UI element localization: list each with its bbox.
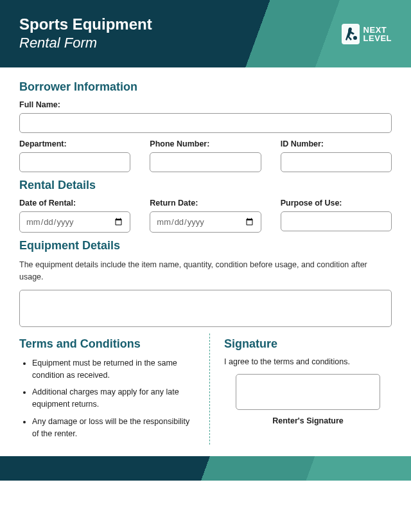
form-content: Borrower Information Full Name: Departme… [0,67,411,456]
terms-item: Equipment must be returned in the same c… [32,357,195,382]
return-date-label: Return Date: [150,199,261,208]
fullname-group: Full Name: [19,100,392,133]
signature-box[interactable] [236,374,380,410]
logo-line2: LEVEL [363,34,392,42]
form-footer [0,456,411,481]
fullname-label: Full Name: [19,100,392,109]
terms-section: Terms and Conditions Equipment must be r… [19,333,209,445]
logo-text: NEXT LEVEL [363,26,392,42]
header-text: Sports Equipment Rental Form [19,15,152,52]
logo-icon [340,22,361,46]
id-label: ID Number: [281,139,392,148]
equipment-description: The equipment details include the item n… [19,259,392,283]
equipment-section-title: Equipment Details [19,239,392,253]
id-input[interactable] [281,152,392,172]
form-header: Sports Equipment Rental Form NEXT LEVEL [0,0,411,67]
borrower-row: Department: Phone Number: ID Number: [19,139,392,172]
signature-label: Renter's Signature [224,416,392,425]
department-label: Department: [19,139,130,148]
terms-item: Any damage or loss will be the responsib… [32,416,195,440]
rental-date-input[interactable] [19,211,130,233]
purpose-label: Purpose of Use: [281,199,392,208]
terms-list: Equipment must be returned in the same c… [19,357,195,440]
rental-date-label: Date of Rental: [19,199,130,208]
return-date-input[interactable] [150,211,261,233]
signature-agree-text: I agree to the terms and conditions. [224,357,392,366]
rental-row: Date of Rental: Return Date: Purpose of … [19,199,392,233]
fullname-input[interactable] [19,113,392,133]
rental-section-title: Rental Details [19,179,392,192]
borrower-section-title: Borrower Information [19,80,392,94]
phone-input[interactable] [150,152,261,172]
purpose-input[interactable] [281,211,392,231]
logo: NEXT LEVEL [340,22,392,46]
department-input[interactable] [19,152,130,172]
equipment-input[interactable] [19,290,392,327]
form-subtitle: Rental Form [19,34,152,53]
terms-title: Terms and Conditions [19,337,195,351]
signature-title: Signature [224,337,392,351]
form-title: Sports Equipment [19,15,152,34]
terms-item: Additional charges may apply for any lat… [32,386,195,411]
bottom-row: Terms and Conditions Equipment must be r… [19,333,392,445]
phone-label: Phone Number: [150,139,261,148]
svg-point-0 [353,36,357,40]
signature-section: Signature I agree to the terms and condi… [209,333,392,445]
logo-line1: NEXT [363,26,392,34]
